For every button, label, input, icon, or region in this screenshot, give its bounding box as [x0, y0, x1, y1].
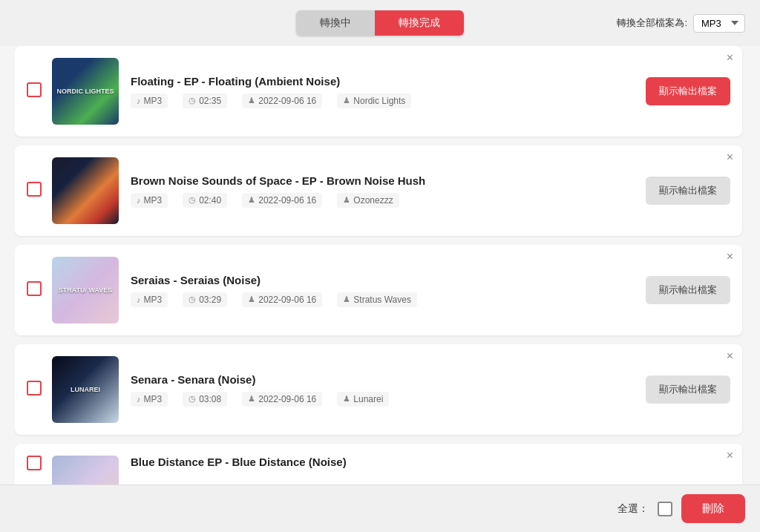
artist-icon: ♟: [343, 96, 350, 105]
track-meta: ♪ MP3 ◷ 03:08 ♟ 2022-09-06 16 ♟ Lunarei: [131, 392, 634, 407]
artist-icon: ♟: [343, 195, 350, 205]
artist-value: Ozonezzz: [353, 195, 393, 206]
close-button[interactable]: ×: [727, 52, 733, 64]
track-card: × NORDIC LIGHTES Floating - EP - Floatin…: [15, 46, 742, 137]
close-button[interactable]: ×: [727, 151, 733, 163]
tab-converting[interactable]: 轉換中: [296, 10, 375, 36]
action-area: 顯示輸出檔案: [646, 276, 730, 304]
date-value: 2022-09-06 16: [258, 295, 316, 305]
track-title: Brown Noise Sounds of Space - EP - Brown…: [131, 174, 634, 187]
track-title: Senara - Senara (Noise): [131, 373, 634, 386]
format-select[interactable]: MP3 AAC WAV FLAC OGG: [693, 14, 745, 33]
select-all-label: 全選：: [618, 502, 649, 516]
duration-value: 03:29: [199, 295, 221, 305]
format-value: MP3: [144, 394, 163, 404]
show-output-button[interactable]: 顯示輸出檔案: [646, 177, 730, 205]
track-list: × NORDIC LIGHTES Floating - EP - Floatin…: [15, 46, 745, 506]
album-art-label: NORDIC LIGHTES: [56, 88, 114, 96]
meta-date: ♟ 2022-09-06 16: [242, 93, 322, 108]
track-title: Seraias - Seraias (Noise): [131, 274, 634, 286]
duration-value: 03:08: [199, 394, 221, 404]
artist-value: Nordic Lights: [353, 96, 405, 106]
artist-value: Lunarei: [353, 394, 383, 404]
album-art: STRATU/ WAVES: [52, 257, 119, 324]
action-area: 顯示輸出檔案: [646, 375, 730, 404]
meta-date: ♟ 2022-09-06 16: [242, 292, 322, 307]
person-icon: ♟: [248, 195, 255, 205]
track-info: Floating - EP - Floating (Ambient Noise)…: [131, 75, 634, 108]
meta-format: ♪ MP3: [131, 292, 168, 307]
artist-icon: ♟: [343, 394, 350, 404]
format-value: MP3: [144, 295, 163, 305]
track-info: Seraias - Seraias (Noise) ♪ MP3 ◷ 03:29 …: [131, 274, 634, 307]
person-icon: ♟: [248, 295, 255, 304]
checkbox-wrapper: [27, 82, 42, 100]
track-title: Blue Distance EP - Blue Distance (Noise): [131, 456, 730, 468]
meta-date: ♟ 2022-09-06 16: [242, 392, 322, 407]
album-art-label: STRATU/ WAVES: [59, 286, 113, 295]
track-title: Floating - EP - Floating (Ambient Noise): [131, 75, 634, 88]
clock-icon: ◷: [189, 394, 196, 404]
meta-artist: ♟ Ozonezzz: [337, 193, 399, 208]
clock-icon: ◷: [189, 195, 196, 205]
checkbox-wrapper: [27, 182, 42, 200]
bottom-bar: 全選： 刪除: [0, 485, 760, 532]
meta-artist: ♟ Stratus Waves: [337, 292, 417, 307]
meta-duration: ◷ 03:29: [183, 292, 227, 307]
track-checkbox[interactable]: [27, 381, 42, 395]
album-art: NORDIC LIGHTES: [52, 58, 119, 125]
meta-artist: ♟ Lunarei: [337, 392, 389, 407]
track-checkbox[interactable]: [27, 182, 42, 197]
clock-icon: ◷: [189, 96, 196, 105]
track-info: Brown Noise Sounds of Space - EP - Brown…: [131, 174, 634, 208]
music-icon: ♪: [137, 295, 141, 304]
top-bar: 轉換中 轉換完成 轉換全部檔案為: MP3 AAC WAV FLAC OGG: [0, 0, 760, 46]
close-button[interactable]: ×: [727, 350, 733, 362]
track-card: × LUNAREI Senara - Senara (Noise) ♪ MP3 …: [15, 344, 742, 435]
format-value: MP3: [144, 96, 163, 106]
meta-artist: ♟ Nordic Lights: [337, 93, 411, 108]
format-selector: 轉換全部檔案為: MP3 AAC WAV FLAC OGG: [617, 14, 745, 33]
track-info: Blue Distance EP - Blue Distance (Noise): [131, 456, 730, 486]
duration-value: 02:40: [199, 195, 221, 206]
track-card: × Brown Noise Sounds of Space - EP - Bro…: [15, 145, 742, 236]
music-icon: ♪: [137, 395, 141, 404]
show-output-button[interactable]: 顯示輸出檔案: [646, 375, 730, 404]
close-button[interactable]: ×: [727, 450, 733, 462]
action-area: 顯示輸出檔案: [646, 177, 730, 205]
track-checkbox[interactable]: [27, 281, 42, 296]
meta-duration: ◷ 02:35: [183, 93, 227, 108]
checkbox-wrapper: [27, 456, 42, 473]
album-art: [52, 157, 119, 224]
close-button[interactable]: ×: [727, 251, 733, 263]
album-art: LUNAREI: [52, 356, 119, 423]
artist-value: Stratus Waves: [353, 295, 411, 305]
track-checkbox[interactable]: [27, 456, 42, 470]
show-output-button[interactable]: 顯示輸出檔案: [646, 77, 730, 105]
meta-date: ♟ 2022-09-06 16: [242, 193, 322, 208]
tab-group: 轉換中 轉換完成: [296, 10, 464, 36]
music-icon: ♪: [137, 96, 141, 105]
track-meta: ♪ MP3 ◷ 03:29 ♟ 2022-09-06 16 ♟ Stratus …: [131, 292, 634, 307]
delete-button[interactable]: 刪除: [681, 494, 745, 523]
select-all-checkbox[interactable]: [658, 502, 672, 516]
track-card: × STRATU/ WAVES Seraias - Seraias (Noise…: [15, 245, 742, 335]
meta-format: ♪ MP3: [131, 93, 168, 108]
checkbox-wrapper: [27, 281, 42, 299]
date-value: 2022-09-06 16: [258, 195, 316, 206]
clock-icon: ◷: [189, 295, 196, 304]
meta-duration: ◷ 03:08: [183, 392, 227, 407]
tab-done[interactable]: 轉換完成: [375, 10, 464, 36]
meta-format: ♪ MP3: [131, 193, 168, 208]
checkbox-wrapper: [27, 381, 42, 398]
show-output-button[interactable]: 顯示輸出檔案: [646, 276, 730, 304]
date-value: 2022-09-06 16: [258, 96, 316, 106]
track-meta: ♪ MP3 ◷ 02:35 ♟ 2022-09-06 16 ♟ Nordic L…: [131, 93, 634, 108]
meta-duration: ◷ 02:40: [183, 193, 227, 208]
action-area: 顯示輸出檔案: [646, 77, 730, 105]
track-checkbox[interactable]: [27, 82, 42, 97]
format-value: MP3: [144, 195, 163, 206]
meta-format: ♪ MP3: [131, 392, 168, 407]
track-meta: ♪ MP3 ◷ 02:40 ♟ 2022-09-06 16 ♟ Ozonezzz: [131, 193, 634, 208]
artist-icon: ♟: [343, 295, 350, 304]
